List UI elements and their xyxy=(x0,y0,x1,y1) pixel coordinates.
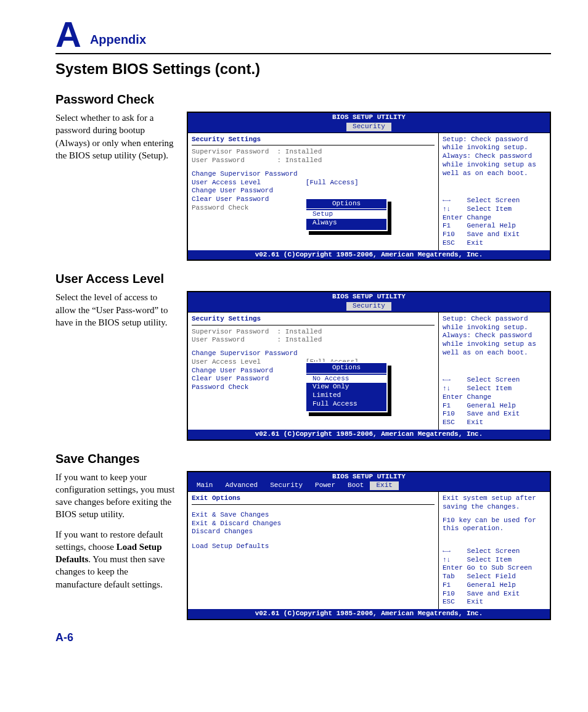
options-popup[interactable]: Options No Access View Only Limited Full… xyxy=(305,362,388,412)
body-text: If you want to restore default settings,… xyxy=(55,528,176,591)
appendix-word: Appendix xyxy=(90,33,146,51)
body-text: If you want to keep your configuration s… xyxy=(55,471,176,521)
bios-footer: v02.61 (C)Copyright 1985-2006, American … xyxy=(188,609,550,619)
popup-title: Options xyxy=(306,364,386,374)
tab-security[interactable]: Security xyxy=(264,481,309,490)
key-row: F1 General Help xyxy=(443,581,546,590)
option-always[interactable]: Always xyxy=(306,219,386,227)
bios-screenshot-save-changes: BIOS SETUP UTILITY Main Advanced Securit… xyxy=(187,471,551,620)
user-password-row: User Password : Installed xyxy=(192,336,435,345)
bios-title: BIOS SETUP UTILITY xyxy=(188,113,550,123)
bios-title: BIOS SETUP UTILITY xyxy=(188,472,550,482)
section-heading-user-access: User Access Level xyxy=(55,272,551,286)
pane-title: Exit Options xyxy=(192,494,435,505)
section-user-access: Select the level of access to allow the … xyxy=(55,291,551,440)
bios-right-pane: Setup: Check password while invoking set… xyxy=(439,133,550,250)
bios-title: BIOS SETUP UTILITY xyxy=(188,292,550,302)
tab-main[interactable]: Main xyxy=(190,481,219,490)
bios-tabs: Security xyxy=(188,302,550,312)
help-text: Setup: Check password while invoking set… xyxy=(443,136,546,178)
options-popup[interactable]: Options Setup Always xyxy=(305,198,388,231)
key-row: ESC Exit xyxy=(443,598,546,607)
menu-user-access-level[interactable]: User Access Level [Full Access] xyxy=(192,179,435,187)
section-heading-password-check: Password Check xyxy=(55,92,551,107)
menu-change-supervisor[interactable]: Change Supervisor Password xyxy=(192,170,435,179)
key-row: Enter Go to Sub Screen xyxy=(443,564,546,573)
bios-left-pane: Exit Options Exit & Save Changes Exit & … xyxy=(188,492,439,609)
page-header: A Appendix xyxy=(55,18,551,54)
popup-title: Options xyxy=(306,200,386,210)
menu-exit-save[interactable]: Exit & Save Changes xyxy=(192,511,435,520)
paragraph: Select the level of access to allow the … xyxy=(55,291,176,440)
tab-advanced[interactable]: Advanced xyxy=(219,481,264,490)
supervisor-password-row: Supervisor Password : Installed xyxy=(192,148,435,157)
menu-load-defaults[interactable]: Load Setup Defaults xyxy=(192,542,435,551)
key-row: F10 Save and Exit xyxy=(443,410,546,419)
page-number: A-6 xyxy=(55,631,551,644)
bios-screenshot-password-check: BIOS SETUP UTILITY Security Security Set… xyxy=(187,112,551,261)
bios-right-pane: Exit system setup after saving the chang… xyxy=(439,492,550,609)
option-setup[interactable]: Setup xyxy=(306,210,386,219)
pane-title: Security Settings xyxy=(192,136,435,146)
body-text: Select the level of access to allow the … xyxy=(55,291,176,329)
paragraph: If you want to keep your configuration s… xyxy=(55,471,176,620)
user-password-row: User Password : Installed xyxy=(192,157,435,165)
tab-security[interactable]: Security xyxy=(346,123,391,131)
bios-left-pane: Security Settings Supervisor Password : … xyxy=(188,133,439,250)
page: A Appendix System BIOS Settings (cont.) … xyxy=(0,0,588,663)
menu-exit-discard[interactable]: Exit & Discard Changes xyxy=(192,520,435,528)
key-row: ←→ Select Screen xyxy=(443,376,546,385)
tab-boot[interactable]: Boot xyxy=(341,481,370,490)
bios-left-pane: Security Settings Supervisor Password : … xyxy=(188,313,439,430)
key-row: ↑↓ Select Item xyxy=(443,205,546,214)
key-row: F1 General Help xyxy=(443,402,546,411)
option-limited[interactable]: Limited xyxy=(306,391,386,400)
key-row: Tab Select Field xyxy=(443,573,546,581)
key-row: ↑↓ Select Item xyxy=(443,385,546,393)
body-text: Select whether to ask for a password dur… xyxy=(55,112,176,162)
help-text: Setup: Check password while invoking set… xyxy=(443,315,546,358)
bios-tabs: Main Advanced Security Power Boot Exit xyxy=(188,481,550,491)
pane-title: Security Settings xyxy=(192,315,435,325)
section-password-check: Select whether to ask for a password dur… xyxy=(55,112,551,261)
bios-tabs: Security xyxy=(188,123,550,133)
key-row: F10 Save and Exit xyxy=(443,590,546,599)
tab-power[interactable]: Power xyxy=(309,481,341,490)
menu-change-supervisor[interactable]: Change Supervisor Password xyxy=(192,350,435,358)
key-row: ESC Exit xyxy=(443,419,546,427)
key-row: ←→ Select Screen xyxy=(443,197,546,205)
supervisor-password-row: Supervisor Password : Installed xyxy=(192,328,435,337)
key-row: F10 Save and Exit xyxy=(443,231,546,239)
key-row: Enter Change xyxy=(443,214,546,223)
bios-right-pane: Setup: Check password while invoking set… xyxy=(439,313,550,430)
paragraph: Select whether to ask for a password dur… xyxy=(55,112,176,261)
help-text: Exit system setup after saving the chang… xyxy=(443,494,546,512)
key-row: Enter Change xyxy=(443,393,546,402)
appendix-letter: A xyxy=(55,18,81,51)
key-legend: ←→ Select Screen ↑↓ Select Item Enter Ch… xyxy=(443,197,546,248)
section-heading-save-changes: Save Changes xyxy=(55,452,551,466)
bios-screenshot-user-access: BIOS SETUP UTILITY Security Security Set… xyxy=(187,291,551,440)
option-no-access[interactable]: No Access xyxy=(306,375,386,383)
tab-exit[interactable]: Exit xyxy=(370,481,398,490)
help-text: F10 key can be used for this operation. xyxy=(443,517,546,534)
bios-footer: v02.61 (C)Copyright 1985-2006, American … xyxy=(188,250,550,260)
bios-footer: v02.61 (C)Copyright 1985-2006, American … xyxy=(188,430,550,440)
key-row: ←→ Select Screen xyxy=(443,547,546,556)
page-title: System BIOS Settings (cont.) xyxy=(55,60,551,78)
key-legend: ←→ Select Screen ↑↓ Select Item Enter Ch… xyxy=(443,376,546,427)
key-row: ↑↓ Select Item xyxy=(443,556,546,565)
tab-security[interactable]: Security xyxy=(346,302,391,311)
key-legend: ←→ Select Screen ↑↓ Select Item Enter Go… xyxy=(443,547,546,607)
menu-change-user[interactable]: Change User Password xyxy=(192,187,435,195)
key-row: F1 General Help xyxy=(443,222,546,231)
menu-discard[interactable]: Discard Changes xyxy=(192,528,435,536)
option-view-only[interactable]: View Only xyxy=(306,383,386,391)
key-row: ESC Exit xyxy=(443,239,546,248)
option-full-access[interactable]: Full Access xyxy=(306,400,386,409)
section-save-changes: If you want to keep your configuration s… xyxy=(55,471,551,620)
